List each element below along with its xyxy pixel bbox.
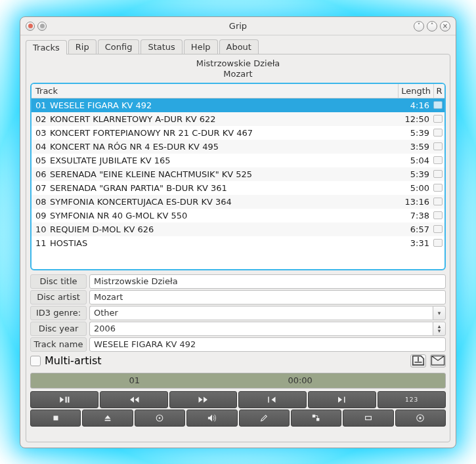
svg-rect-1 [65, 396, 66, 402]
chevron-down-icon[interactable]: ▾ [433, 306, 446, 320]
track-length: 4:16 [398, 100, 433, 110]
next-track-button[interactable] [308, 391, 376, 408]
label-disc-artist: Disc artist [30, 290, 87, 305]
save-to-disk-button[interactable] [410, 354, 426, 368]
rip-checkbox[interactable] [433, 184, 443, 192]
track-name-input[interactable]: WESELE FIGARA KV 492 [89, 337, 446, 352]
disc-button[interactable] [135, 410, 185, 427]
track-number: 02 [32, 114, 47, 124]
rip-checkbox[interactable] [433, 101, 443, 109]
multi-artist-checkbox[interactable] [30, 356, 41, 366]
track-title: EXSULTATE JUBILATE KV 165 [47, 156, 398, 165]
track-number: 08 [32, 197, 47, 207]
svg-rect-10 [316, 418, 319, 421]
svg-point-8 [159, 417, 161, 419]
tab-status[interactable]: Status [141, 39, 182, 54]
album-artist: Mozart [30, 69, 446, 79]
compact-button[interactable] [343, 410, 393, 427]
track-length: 3:59 [398, 142, 433, 152]
rip-checkbox[interactable] [433, 170, 443, 178]
table-row[interactable]: 05EXSULTATE JUBILATE KV 1655:04 [32, 154, 444, 167]
tab-tracks[interactable]: Tracks [26, 40, 67, 54]
window-pin-icon[interactable] [37, 22, 47, 31]
table-row[interactable]: 01WESELE FIGARA KV 4924:16 [32, 98, 444, 112]
rip-checkbox[interactable] [433, 211, 443, 219]
tab-rip[interactable]: Rip [68, 39, 97, 54]
tab-help[interactable]: Help [184, 39, 218, 54]
track-number: 06 [32, 169, 47, 179]
rip-checkbox[interactable] [433, 225, 443, 233]
titlebar: Grip ˅ ˄ × [20, 17, 456, 35]
table-row[interactable]: 11HOSTIAS3:31 [32, 236, 444, 250]
track-title: KONCERT NA RÓG NR 4 ES-DUR KV 495 [47, 142, 398, 152]
rewind-button[interactable] [100, 391, 168, 408]
tab-bar: TracksRipConfigStatusHelpAbout [26, 39, 450, 54]
tab-about[interactable]: About [219, 39, 259, 54]
minimize-button[interactable]: ˅ [414, 21, 424, 32]
svg-rect-4 [344, 396, 345, 402]
track-title: SERENADA "EINE KLEINE NACHTMUSIK" KV 525 [47, 169, 398, 179]
disc-artist-input[interactable]: Mozart [89, 290, 446, 305]
track-number: 07 [32, 183, 47, 193]
table-row[interactable]: 03KONCERT FORTEPIANOWY NR 21 C-DUR KV 46… [32, 126, 444, 140]
disc-title-input[interactable]: Mistrzowskie Dzieła [89, 274, 446, 289]
track-number: 03 [32, 128, 47, 138]
play-pause-button[interactable] [30, 391, 98, 408]
track-length: 5:00 [398, 183, 433, 193]
svg-rect-3 [269, 396, 270, 402]
tracks-panel: Mistrzowskie Dzieła Mozart Track Length … [26, 54, 450, 442]
col-length[interactable]: Length [399, 84, 434, 98]
svg-rect-6 [105, 419, 111, 421]
progress-bar[interactable]: 01 00:00 [30, 373, 446, 389]
col-rip[interactable]: R [434, 84, 444, 98]
track-length: 3:31 [398, 238, 433, 248]
shuffle-button[interactable] [291, 410, 341, 427]
prev-track-button[interactable] [238, 391, 307, 408]
year-spinner[interactable]: 2006 ▴▾ [89, 322, 446, 336]
mail-button[interactable] [430, 354, 446, 368]
table-row[interactable]: 08SYMFONIA KONCERTUJACA ES-DUR KV 36413:… [32, 195, 444, 209]
tab-config[interactable]: Config [98, 39, 140, 54]
eject-button[interactable] [82, 410, 133, 427]
rip-checkbox[interactable] [433, 115, 443, 123]
col-track[interactable]: Track [32, 84, 399, 98]
stop-button[interactable] [30, 410, 81, 427]
spin-buttons[interactable]: ▴▾ [433, 322, 446, 336]
track-length: 5:04 [398, 156, 433, 165]
edit-button[interactable] [239, 410, 290, 427]
table-row[interactable]: 10REQUIEM D-MOL KV 6266:57 [32, 222, 444, 236]
window-title: Grip [20, 21, 456, 31]
track-title: SERENADA "GRAN PARTIA" B-DUR KV 361 [47, 183, 398, 193]
counter-button[interactable]: 123 [378, 391, 446, 408]
progress-time: 00:00 [288, 375, 312, 385]
track-length: 12:50 [398, 114, 433, 124]
table-row[interactable]: 02KONCERT KLARNETOWY A-DUR KV 62212:50 [32, 112, 444, 126]
table-row[interactable]: 07SERENADA "GRAN PARTIA" B-DUR KV 3615:0… [32, 181, 444, 195]
label-track-name: Track name [30, 337, 87, 352]
close-button[interactable]: × [440, 21, 450, 32]
track-title: SYMFONIA NR 40 G-MOL KV 550 [47, 211, 398, 221]
table-row[interactable]: 04KONCERT NA RÓG NR 4 ES-DUR KV 4953:59 [32, 140, 444, 154]
window-menu-icon[interactable] [26, 22, 35, 31]
track-list-header: Track Length R [32, 84, 444, 98]
rip-checkbox[interactable] [433, 198, 443, 205]
cddb-button[interactable] [395, 410, 446, 427]
rip-checkbox[interactable] [433, 239, 443, 247]
table-row[interactable]: 09SYMFONIA NR 40 G-MOL KV 5507:38 [32, 209, 444, 222]
genre-combo[interactable]: Other ▾ [89, 306, 446, 320]
volume-button[interactable] [186, 410, 237, 427]
track-title: KONCERT FORTEPIANOWY NR 21 C-DUR KV 467 [47, 128, 398, 138]
disc-form: Disc title Mistrzowskie Dzieła Disc arti… [30, 274, 446, 352]
rip-checkbox[interactable] [433, 156, 443, 164]
rip-checkbox[interactable] [433, 129, 443, 137]
player-controls: 123 [30, 391, 446, 427]
maximize-button[interactable]: ˄ [427, 21, 437, 32]
rip-checkbox[interactable] [433, 142, 443, 150]
track-number: 11 [32, 238, 47, 248]
track-title: REQUIEM D-MOL KV 626 [47, 224, 398, 234]
label-disc-title: Disc title [30, 274, 87, 289]
table-row[interactable]: 06SERENADA "EINE KLEINE NACHTMUSIK" KV 5… [32, 167, 444, 181]
track-number: 10 [32, 224, 47, 234]
forward-button[interactable] [169, 391, 238, 408]
svg-rect-9 [312, 414, 314, 417]
